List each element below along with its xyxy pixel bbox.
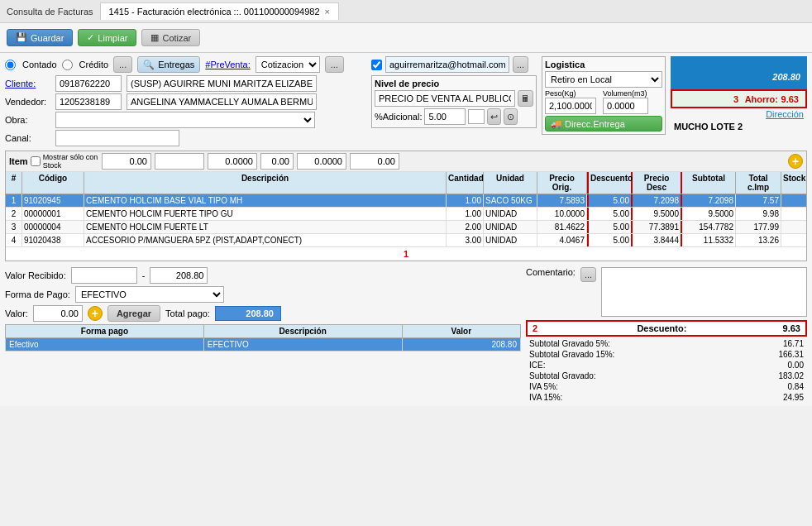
subtotal-input[interactable] bbox=[350, 153, 399, 170]
valor-recibido-input[interactable] bbox=[71, 267, 137, 284]
vendedor-name bbox=[127, 93, 317, 110]
add-payment-button[interactable]: + bbox=[88, 306, 103, 321]
app-title: Consulta de Facturas bbox=[7, 7, 93, 17]
precio-desc-input[interactable] bbox=[297, 153, 346, 170]
cliente-label: Cliente: bbox=[5, 79, 50, 88]
col-total-imp: Total c.Imp bbox=[736, 172, 781, 194]
valor-input[interactable] bbox=[33, 305, 83, 322]
table-row[interactable]: 4 91020438 ACCESORIO P/MANGUERA 5PZ (PIS… bbox=[6, 234, 806, 247]
col-subtotal: Subtotal bbox=[682, 172, 736, 194]
valor-recibido-label: Valor Recibido: bbox=[5, 270, 66, 280]
col-cantidad: Cantidad bbox=[447, 172, 484, 194]
close-icon[interactable]: × bbox=[325, 7, 330, 17]
truck-icon: 🚚 bbox=[551, 118, 562, 129]
peso-label: Peso(Kg) bbox=[545, 89, 596, 98]
annotation-1: 1 bbox=[6, 247, 806, 261]
cliente-id[interactable] bbox=[55, 75, 122, 92]
col-stock: Stock bbox=[781, 172, 806, 194]
table-row[interactable]: 1 91020945 CEMENTO HOLCIM BASE VIAL TIPO… bbox=[6, 194, 806, 208]
item-label: Item bbox=[9, 156, 28, 166]
table-row[interactable]: 3 00000004 CEMENTO HOLCIM FUERTE LT 2.00… bbox=[6, 221, 806, 234]
search-icon: 🔍 bbox=[143, 60, 155, 70]
obra-select[interactable] bbox=[55, 112, 315, 128]
direcc-entrega-button[interactable]: 🚚 Direcc.Entrega bbox=[545, 116, 662, 132]
guardar-button[interactable]: 💾 Guardar bbox=[7, 29, 73, 46]
forma-pago-select[interactable]: EFECTIVO bbox=[75, 286, 224, 303]
descuento-label: Descuento: bbox=[637, 323, 686, 333]
summary-table: Subtotal Gravado 5%:16.71Subtotal Gravad… bbox=[526, 338, 807, 403]
entregas-button[interactable]: 🔍 Entregas bbox=[137, 56, 200, 73]
calc-button[interactable]: 🖩 bbox=[518, 90, 533, 107]
cotizar-button[interactable]: ▦ Cotizar bbox=[141, 29, 200, 46]
descuento-row: 2 Descuento: 9.63 bbox=[526, 320, 807, 337]
adicional-copy[interactable]: ⊙ bbox=[504, 108, 518, 125]
vendedor-label: Vendedor: bbox=[5, 97, 50, 107]
title-bar: Consulta de Facturas 1415 - Facturación … bbox=[0, 0, 812, 23]
tab-title: 1415 - Facturación electrónica ::. 00110… bbox=[109, 7, 320, 17]
toolbar: 💾 Guardar ✓ Limpiar ▦ Cotizar bbox=[0, 23, 812, 53]
preventa-misc[interactable]: ... bbox=[325, 56, 344, 73]
col-precio-orig: Precio Orig. bbox=[537, 172, 587, 194]
adicional-apply[interactable]: ↩ bbox=[487, 108, 501, 125]
payment-row[interactable]: EfectivoEFECTIVO208.80 bbox=[6, 338, 521, 351]
col-descripcion: Descripción bbox=[84, 172, 447, 194]
pay-col-valor: Valor bbox=[402, 325, 520, 338]
cliente-name bbox=[127, 75, 317, 92]
email-checkbox[interactable] bbox=[371, 60, 382, 70]
preventa-select[interactable]: Cotizacion bbox=[256, 56, 320, 73]
col-descuento: Descuento bbox=[587, 172, 633, 194]
email-input[interactable] bbox=[385, 56, 509, 73]
obra-label: Obra: bbox=[5, 115, 50, 125]
peso-input[interactable] bbox=[545, 98, 596, 114]
volumen-label: Volumen(m3) bbox=[603, 89, 648, 98]
summary-section: Comentario: ... 2 Descuento: 9.63 Subtot… bbox=[526, 267, 807, 403]
desc-input[interactable] bbox=[260, 153, 294, 170]
valor-label: Valor: bbox=[5, 308, 28, 318]
summary-row: Subtotal Gravado 5%:16.71 bbox=[526, 338, 807, 349]
canal-input[interactable] bbox=[55, 130, 179, 146]
descuento-value: 9.63 bbox=[783, 323, 800, 333]
main-content: Contado Crédito ... 🔍 Entregas #PreVenta… bbox=[0, 53, 812, 406]
table-row[interactable]: 2 00000001 CEMENTO HOLCIM FUERTE TIPO GU… bbox=[6, 208, 806, 221]
summary-row: ICE:0.00 bbox=[526, 360, 807, 371]
comentario-label: Comentario: bbox=[526, 267, 576, 277]
add-item-button[interactable]: + bbox=[788, 154, 803, 169]
total-price-display: 208.80 bbox=[671, 56, 807, 89]
summary-row: Subtotal Gravado:183.02 bbox=[526, 371, 807, 381]
valor-recibido-amt[interactable] bbox=[150, 267, 208, 284]
summary-row: Subtotal Gravado 15%:166.31 bbox=[526, 349, 807, 360]
stock-checkbox[interactable] bbox=[31, 156, 41, 166]
ahorro-display: 3 Ahorro: 9.63 bbox=[671, 89, 807, 108]
summary-row: IVA 5%:0.84 bbox=[526, 381, 807, 392]
credito-radio[interactable]: Crédito bbox=[62, 60, 108, 70]
misc-button[interactable]: ... bbox=[113, 56, 132, 73]
volumen-input[interactable] bbox=[603, 98, 648, 114]
agregar-button[interactable]: Agregar bbox=[107, 305, 160, 322]
payment-section: Valor Recibido: - Forma de Pago: EFECTIV… bbox=[5, 267, 521, 403]
contado-radio[interactable]: Contado bbox=[5, 60, 57, 70]
unidad-input[interactable] bbox=[155, 153, 204, 170]
canal-label: Canal: bbox=[5, 133, 50, 143]
direccion-value: MUCHO LOTE 2 bbox=[671, 120, 807, 133]
total-pago-label: Total pago: bbox=[165, 308, 210, 318]
total-pago-value: 208.80 bbox=[215, 306, 281, 321]
email-misc[interactable]: ... bbox=[513, 56, 528, 73]
comentario-misc[interactable]: ... bbox=[580, 267, 596, 282]
clean-icon: ✓ bbox=[87, 32, 94, 43]
direccion-link[interactable]: Dirección bbox=[766, 109, 804, 119]
vendedor-id[interactable] bbox=[55, 93, 122, 110]
bottom-section: Valor Recibido: - Forma de Pago: EFECTIV… bbox=[5, 267, 807, 403]
adicional-input[interactable] bbox=[424, 108, 466, 125]
col-codigo: Código bbox=[22, 172, 84, 194]
quote-icon: ▦ bbox=[150, 32, 159, 43]
invoice-tab[interactable]: 1415 - Facturación electrónica ::. 00110… bbox=[100, 2, 339, 20]
precio-orig-input[interactable] bbox=[208, 153, 257, 170]
comentario-box[interactable] bbox=[601, 267, 807, 317]
adicional-spinner[interactable] bbox=[468, 109, 485, 124]
cantidad-input[interactable] bbox=[102, 153, 151, 170]
logistica-select[interactable]: Retiro en Local bbox=[545, 71, 662, 88]
col-precio-desc: Precio Desc bbox=[633, 172, 682, 194]
nivel-precio-input[interactable] bbox=[375, 90, 515, 107]
preventa-label: #PreVenta: bbox=[205, 60, 250, 69]
limpiar-button[interactable]: ✓ Limpiar bbox=[78, 29, 136, 46]
